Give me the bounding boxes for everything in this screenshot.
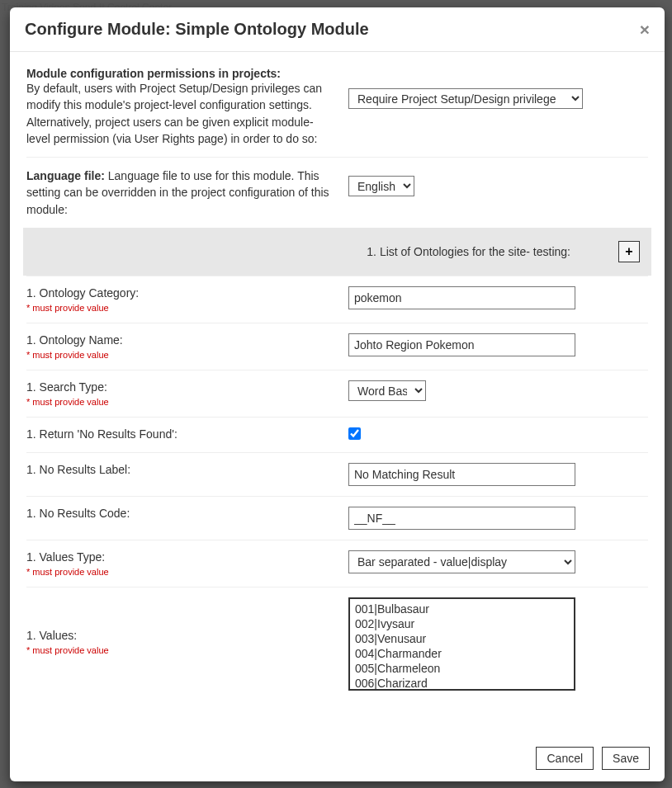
no-results-label-input[interactable] — [348, 463, 575, 486]
search-type-select[interactable]: Word Based — [348, 380, 426, 401]
ontology-section-title: 1. List of Ontologies for the site- test… — [367, 245, 570, 258]
required-indicator: * must provide value — [26, 645, 332, 655]
cancel-button[interactable]: Cancel — [536, 747, 594, 770]
required-indicator: * must provide value — [26, 397, 332, 407]
modal-header: Configure Module: Simple Ontology Module… — [10, 7, 665, 52]
required-indicator: * must provide value — [26, 303, 332, 313]
required-indicator: * must provide value — [26, 350, 332, 360]
language-heading: Language file: — [26, 169, 105, 182]
close-icon[interactable]: × — [640, 21, 650, 38]
modal-footer: Cancel Save — [10, 737, 665, 781]
return-no-results-checkbox[interactable] — [348, 427, 361, 440]
values-label: 1. Values: — [26, 629, 332, 642]
ontology-section-header: 1. List of Ontologies for the site- test… — [23, 228, 651, 276]
no-results-label-label: 1. No Results Label: — [26, 463, 332, 476]
ontology-name-input[interactable] — [348, 333, 575, 356]
permissions-select[interactable]: Require Project Setup/Design privilege — [348, 88, 583, 109]
values-textarea[interactable]: 001|Bulbasaur 002|Ivysaur 003|Venusaur 0… — [348, 597, 575, 691]
save-button[interactable]: Save — [602, 747, 650, 770]
language-select[interactable]: English — [348, 176, 414, 196]
permissions-description: By default, users with Project Setup/Des… — [26, 80, 332, 147]
modal-title: Configure Module: Simple Ontology Module — [25, 20, 369, 39]
required-indicator: * must provide value — [26, 567, 332, 577]
return-no-results-label: 1. Return 'No Results Found': — [26, 427, 332, 441]
add-ontology-button[interactable]: + — [618, 241, 640, 262]
configure-module-dialog: Configure Module: Simple Ontology Module… — [10, 7, 665, 781]
search-type-label: 1. Search Type: — [26, 380, 332, 394]
modal-body: Module configuration permissions in proj… — [10, 52, 665, 737]
no-results-code-label: 1. No Results Code: — [26, 507, 332, 520]
no-results-code-input[interactable] — [348, 507, 575, 530]
permissions-heading: Module configuration permissions in proj… — [26, 67, 332, 80]
ontology-category-input[interactable] — [348, 286, 575, 309]
ontology-name-label: 1. Ontology Name: — [26, 333, 332, 347]
values-type-select[interactable]: Bar separated - value|display — [348, 550, 575, 573]
ontology-category-label: 1. Ontology Category: — [26, 286, 332, 300]
values-type-label: 1. Values Type: — [26, 550, 332, 564]
